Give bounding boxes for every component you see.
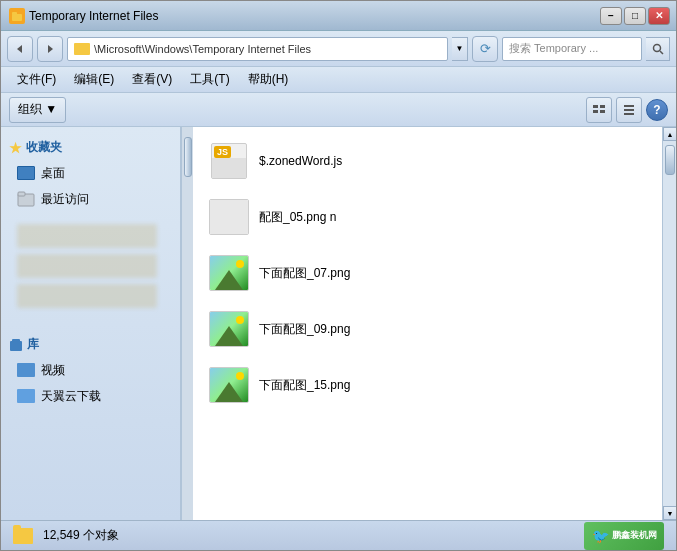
svg-rect-7: [600, 105, 605, 108]
close-button[interactable]: ✕: [648, 7, 670, 25]
file-list: JS $.zonedWord.js 配图_05.png n: [193, 127, 662, 520]
list-item[interactable]: 下面配图_15.png: [201, 359, 654, 411]
file-name: 配图_05.png n: [259, 209, 336, 226]
sidebar-section-favorites: ★ 收藏夹 桌面 最近访问: [1, 135, 180, 212]
svg-rect-12: [624, 113, 634, 115]
library-label: 库: [27, 336, 39, 353]
logo-text: 鹏鑫装机网: [612, 529, 657, 542]
sidebar-item-video[interactable]: 视频: [1, 357, 180, 383]
address-text: \Microsoft\Windows\Temporary Internet Fi…: [94, 43, 441, 55]
list-item[interactable]: 配图_05.png n: [201, 191, 654, 243]
video-icon: [17, 361, 35, 379]
status-folder-icon: [13, 528, 33, 544]
window-icon: [9, 8, 25, 24]
favorites-icon: ★: [9, 140, 22, 156]
title-bar: Temporary Internet Files − □ ✕: [1, 1, 676, 31]
menu-view[interactable]: 查看(V): [124, 69, 180, 90]
file-name: 下面配图_07.png: [259, 265, 350, 282]
right-scrollbar-thumb[interactable]: [665, 145, 675, 175]
sidebar-scrollbar-track[interactable]: [183, 127, 193, 520]
desktop-icon: [17, 164, 35, 182]
sidebar-section-library: 库 视频 天翼云下载: [1, 332, 180, 409]
status-bar: 12,549 个对象 🐦 鹏鑫装机网: [1, 520, 676, 550]
organize-button[interactable]: 组织 ▼: [9, 97, 66, 123]
minimize-button[interactable]: −: [600, 7, 622, 25]
js-badge: JS: [214, 146, 231, 158]
sidebar-header-library: 库: [1, 332, 180, 357]
sidebar-header-favorites: ★ 收藏夹: [1, 135, 180, 160]
png-file-icon-09: [209, 309, 249, 349]
scroll-down-button[interactable]: ▼: [663, 506, 676, 520]
file-list-container: JS $.zonedWord.js 配图_05.png n: [193, 127, 676, 520]
title-controls: − □ ✕: [600, 7, 670, 25]
file-name: 下面配图_09.png: [259, 321, 350, 338]
help-button[interactable]: ?: [646, 99, 668, 121]
sidebar-item-cloud[interactable]: 天翼云下载: [1, 383, 180, 409]
menu-bar: 文件(F) 编辑(E) 查看(V) 工具(T) 帮助(H): [1, 67, 676, 93]
search-placeholder: 搜索 Temporary ...: [509, 41, 598, 56]
svg-rect-9: [600, 110, 605, 113]
recent-label: 最近访问: [41, 191, 89, 208]
file-name: 下面配图_15.png: [259, 377, 350, 394]
address-bar: \Microsoft\Windows\Temporary Internet Fi…: [1, 31, 676, 67]
view-options: ?: [586, 97, 668, 123]
site-logo: 🐦 鹏鑫装机网: [584, 522, 664, 550]
view-toggle-button[interactable]: [586, 97, 612, 123]
svg-rect-11: [624, 109, 634, 111]
png-file-icon-07: [209, 253, 249, 293]
address-folder-icon: [74, 43, 90, 55]
cloud-download-icon: [17, 387, 35, 405]
explorer-window: Temporary Internet Files − □ ✕ \Microsof…: [0, 0, 677, 551]
svg-rect-0: [12, 14, 22, 21]
toolbar: 组织 ▼ ?: [1, 93, 676, 127]
svg-rect-8: [593, 110, 598, 113]
scroll-up-button[interactable]: ▲: [663, 127, 676, 141]
sidebar-item-desktop[interactable]: 桌面: [1, 160, 180, 186]
window-title: Temporary Internet Files: [29, 9, 158, 23]
svg-point-4: [653, 44, 660, 51]
status-count: 12,549 个对象: [43, 527, 574, 544]
layout-button[interactable]: [616, 97, 642, 123]
list-item[interactable]: JS $.zonedWord.js: [201, 135, 654, 187]
main-content: ★ 收藏夹 桌面 最近访问: [1, 127, 676, 520]
refresh-button[interactable]: ⟳: [472, 36, 498, 62]
svg-line-5: [660, 51, 663, 54]
forward-button[interactable]: [37, 36, 63, 62]
menu-help[interactable]: 帮助(H): [240, 69, 297, 90]
sidebar-scrollbar: [181, 127, 193, 520]
address-dropdown[interactable]: ▼: [452, 37, 468, 61]
cloud-label: 天翼云下载: [41, 388, 101, 405]
address-field[interactable]: \Microsoft\Windows\Temporary Internet Fi…: [67, 37, 448, 61]
menu-edit[interactable]: 编辑(E): [66, 69, 122, 90]
recent-icon: [17, 190, 35, 208]
search-icon[interactable]: [646, 37, 670, 61]
logo-bird-icon: 🐦: [592, 528, 609, 544]
file-name: $.zonedWord.js: [259, 154, 342, 168]
svg-rect-6: [593, 105, 598, 108]
svg-marker-2: [17, 45, 22, 53]
back-button[interactable]: [7, 36, 33, 62]
maximize-button[interactable]: □: [624, 7, 646, 25]
menu-tools[interactable]: 工具(T): [182, 69, 237, 90]
svg-rect-10: [624, 105, 634, 107]
svg-marker-3: [48, 45, 53, 53]
png-file-icon-15: [209, 365, 249, 405]
js-file-icon: JS: [209, 141, 249, 181]
right-scrollbar-track[interactable]: [663, 141, 676, 506]
svg-rect-14: [18, 192, 25, 196]
svg-rect-16: [12, 339, 20, 343]
png-placeholder-icon: [209, 197, 249, 237]
favorites-label: 收藏夹: [26, 139, 62, 156]
video-label: 视频: [41, 362, 65, 379]
search-field[interactable]: 搜索 Temporary ...: [502, 37, 642, 61]
desktop-label: 桌面: [41, 165, 65, 182]
right-scrollbar: ▲ ▼: [662, 127, 676, 520]
menu-file[interactable]: 文件(F): [9, 69, 64, 90]
sidebar-item-recent[interactable]: 最近访问: [1, 186, 180, 212]
svg-rect-1: [12, 12, 17, 15]
list-item[interactable]: 下面配图_09.png: [201, 303, 654, 355]
library-icon: [9, 338, 23, 352]
list-item[interactable]: 下面配图_07.png: [201, 247, 654, 299]
sidebar-scrollbar-thumb[interactable]: [184, 137, 192, 177]
sidebar: ★ 收藏夹 桌面 最近访问: [1, 127, 181, 520]
